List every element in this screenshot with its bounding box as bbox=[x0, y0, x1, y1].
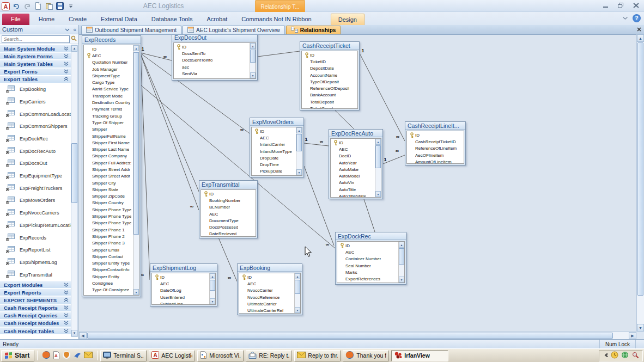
ribbon-tab-file[interactable]: File bbox=[2, 14, 29, 25]
nav-group-main-system-forms[interactable]: Main System Forms bbox=[0, 52, 71, 60]
field-list-expmoveorders[interactable]: ExpMoveOrdersIDAECInlandCarrierInlandMov… bbox=[250, 118, 304, 177]
field-row-aarid-service-type[interactable]: Aarid Service Type bbox=[84, 86, 133, 93]
chevron-down-icon[interactable] bbox=[64, 320, 69, 326]
nav-item-expcommonshippers[interactable]: ExpCommonShippers bbox=[0, 120, 71, 133]
field-list-expshipmentlog[interactable]: ExpShipmentLogIDAECDateOfLogUserEnteredS… bbox=[150, 263, 217, 306]
nav-item-expcarriers[interactable]: ExpCarriers bbox=[0, 96, 71, 108]
field-list-scrollbar[interactable]: ▲▼ bbox=[250, 43, 256, 78]
field-list-scrollbar[interactable]: ▲▼ bbox=[294, 273, 300, 313]
scroll-up-icon[interactable]: ▲ bbox=[296, 127, 302, 133]
nav-item-exppickupreturnlocations[interactable]: ExpPickupReturnLocations bbox=[0, 219, 71, 232]
field-row-container-number[interactable]: Container Number bbox=[337, 256, 398, 262]
new-document-icon[interactable] bbox=[34, 2, 42, 10]
field-row-shipper-full-addres[interactable]: Shipper Full Addres: bbox=[84, 159, 133, 166]
chevron-down-icon[interactable] bbox=[64, 282, 69, 288]
field-row-shipper-city[interactable]: Shipper City bbox=[84, 180, 133, 186]
field-row-bookingnumber[interactable]: BookingNumber bbox=[201, 197, 256, 204]
field-row-referenceoflineitem[interactable]: ReferenceOfLineItem bbox=[407, 145, 464, 152]
field-row-exportreferences[interactable]: ExportReferences bbox=[337, 275, 398, 282]
field-row-aec[interactable]: AEC bbox=[152, 280, 209, 287]
table-title[interactable]: CashReceiptLineIt... bbox=[405, 122, 465, 130]
table-title[interactable]: ExpDockRec bbox=[336, 232, 406, 240]
network-globe-icon[interactable] bbox=[621, 351, 629, 360]
field-row-totaldeposit[interactable]: TotalDeposit bbox=[302, 99, 357, 105]
ribbon-tab-design[interactable]: Design bbox=[331, 14, 364, 25]
field-row-consignee-fulln[interactable]: Consignee FullN bbox=[84, 293, 133, 295]
field-list-scrollbar[interactable]: ▲▼ bbox=[209, 273, 215, 304]
field-row-dropdate[interactable]: DropDate bbox=[252, 155, 296, 161]
field-row-payment-terms[interactable]: Payment Terms bbox=[84, 106, 133, 113]
field-row-aec[interactable]: AEC bbox=[201, 211, 256, 217]
taskbar-button-thank-you-f[interactable]: Thank you f... bbox=[343, 350, 389, 361]
v-scroll-thumb[interactable] bbox=[637, 42, 643, 296]
field-row-sentdate[interactable]: SentDate bbox=[174, 77, 250, 78]
field-row-depositdate[interactable]: DepositDate bbox=[302, 65, 357, 72]
field-row-docssenttoinfo[interactable]: DocsSentToInfo bbox=[174, 57, 250, 64]
table-title[interactable]: ExpDocsOut bbox=[172, 34, 257, 41]
restore-icon[interactable] bbox=[615, 2, 627, 9]
field-row-destination-country[interactable]: Destination Country bbox=[84, 99, 133, 106]
scroll-up-icon[interactable]: ▲ bbox=[71, 45, 77, 52]
scroll-down-icon[interactable]: ▼ bbox=[637, 324, 644, 332]
field-row-job-manager[interactable]: Job Manager bbox=[84, 66, 133, 72]
field-row-typeofdeposit[interactable]: TypeOfDeposit bbox=[302, 78, 357, 85]
taskbar-button-irfanview[interactable]: IrfanView bbox=[391, 350, 448, 361]
close-tab-icon[interactable] bbox=[636, 27, 642, 33]
field-list-exprecords[interactable]: ExpRecordsIDAECQuotation NumberJob Manag… bbox=[82, 35, 141, 297]
nav-group-export-reports[interactable]: Export Reports bbox=[0, 289, 71, 296]
field-row-aec[interactable]: AEC bbox=[84, 52, 133, 59]
scroll-up-icon[interactable]: ▲ bbox=[250, 43, 256, 49]
table-title[interactable]: ExpTransmittal bbox=[199, 181, 257, 188]
nav-group-export-modules[interactable]: Export Modules bbox=[0, 281, 71, 289]
nav-dropdown-icon[interactable] bbox=[65, 26, 70, 33]
field-row-inlandcarrier[interactable]: InlandCarrier bbox=[252, 142, 296, 148]
ribbon-tab-create[interactable]: Create bbox=[62, 14, 94, 25]
field-row-pickupdate[interactable]: PickupDate bbox=[252, 168, 296, 175]
field-row-id[interactable]: ID bbox=[331, 139, 375, 146]
field-row-shippercontactinfo[interactable]: ShipperContactInfo bbox=[84, 267, 133, 273]
firefox-icon[interactable] bbox=[42, 351, 51, 360]
field-row-shipper-state[interactable]: Shipper State bbox=[84, 186, 133, 193]
field-row-aec[interactable]: AEC bbox=[337, 249, 398, 255]
document-red-icon[interactable]: A bbox=[53, 351, 60, 360]
access-logo-icon[interactable]: A bbox=[1, 2, 10, 10]
nav-pane-header[interactable]: Custom « bbox=[0, 25, 78, 34]
qat-dropdown-icon[interactable] bbox=[66, 2, 75, 10]
field-row-shipperfullname[interactable]: ShipperFullName bbox=[84, 133, 133, 139]
field-row-nvoccreference[interactable]: NvoccReference bbox=[239, 294, 294, 300]
field-row-docssentto[interactable]: DocsSentTo bbox=[174, 50, 250, 57]
field-row-cargo-type[interactable]: Cargo Type bbox=[84, 79, 133, 85]
start-button[interactable]: Start bbox=[1, 350, 34, 361]
taskbar-button-reply-to-thr[interactable]: Reply to thr... bbox=[294, 350, 341, 361]
field-list-scrollbar[interactable]: ▲▼ bbox=[375, 139, 381, 197]
scroll-up-icon[interactable]: ▲ bbox=[375, 139, 381, 145]
field-row-aec[interactable]: AEC bbox=[239, 280, 294, 287]
field-row-automake[interactable]: AutoMake bbox=[331, 166, 375, 173]
field-row-ticketcount[interactable]: TicketCount bbox=[302, 105, 357, 108]
field-row-accountname[interactable]: AccountName bbox=[302, 72, 357, 78]
field-row-aec[interactable]: aec bbox=[174, 64, 250, 70]
taskbar-button-microsoft-vi[interactable]: Microsoft Vi... bbox=[197, 350, 244, 361]
field-row-bankaccount[interactable]: BankAccount bbox=[302, 92, 357, 99]
clock-orange-icon[interactable] bbox=[611, 351, 618, 360]
table-title[interactable]: ExpBooking bbox=[238, 264, 302, 272]
field-row-automodel[interactable]: AutoModel bbox=[331, 173, 375, 179]
scroll-down-icon[interactable]: ▼ bbox=[375, 191, 381, 197]
field-list-expbooking[interactable]: ExpBookingIDAECNvoccCarrierNvoccReferenc… bbox=[237, 263, 302, 315]
search-icon[interactable] bbox=[71, 35, 77, 42]
swoosh-blue-icon[interactable] bbox=[73, 351, 82, 360]
table-title[interactable]: ExpShipmentLog bbox=[150, 264, 217, 272]
field-list-scrollbar[interactable]: ▲▼ bbox=[133, 45, 139, 295]
taskbar-button-aec-logistics[interactable]: AAEC Logistics bbox=[149, 350, 195, 361]
nav-group-cash-receipt-modules[interactable]: Cash Receipt Modules bbox=[0, 320, 71, 327]
nav-pane-category[interactable]: Custom bbox=[2, 26, 23, 33]
field-row-blnumber[interactable]: BLNumber bbox=[201, 204, 256, 211]
field-row-cashreceiptticketid[interactable]: CashReceiptTicketID bbox=[407, 138, 464, 145]
field-row-shipmenttype[interactable]: ShipmentType bbox=[84, 72, 133, 79]
field-list-expdocsout[interactable]: ExpDocsOutIDDocsSentToDocsSentToInfoaecS… bbox=[172, 34, 258, 81]
field-list-cashreceiptlineit[interactable]: CashReceiptLineIt...IDCashReceiptTicketI… bbox=[405, 121, 466, 165]
close-icon[interactable] bbox=[630, 2, 642, 9]
field-row-marks[interactable]: Marks bbox=[337, 269, 398, 275]
field-row-shipper[interactable]: Shipper bbox=[84, 126, 133, 133]
minimize-ribbon-icon[interactable] bbox=[622, 15, 628, 22]
